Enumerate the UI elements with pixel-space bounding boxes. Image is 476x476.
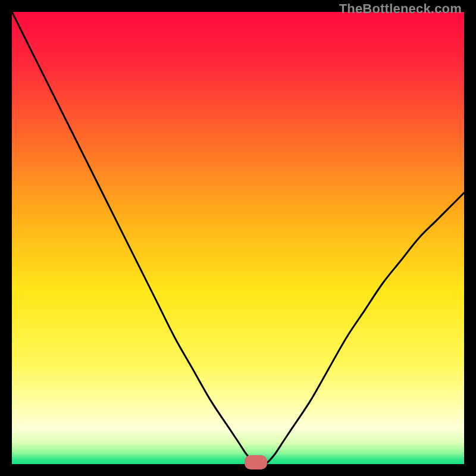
watermark-text: TheBottleneck.com	[339, 1, 462, 17]
chart-frame	[12, 12, 464, 464]
bottleneck-chart	[12, 12, 464, 464]
gradient-background	[12, 12, 464, 464]
optimal-marker	[245, 455, 267, 469]
